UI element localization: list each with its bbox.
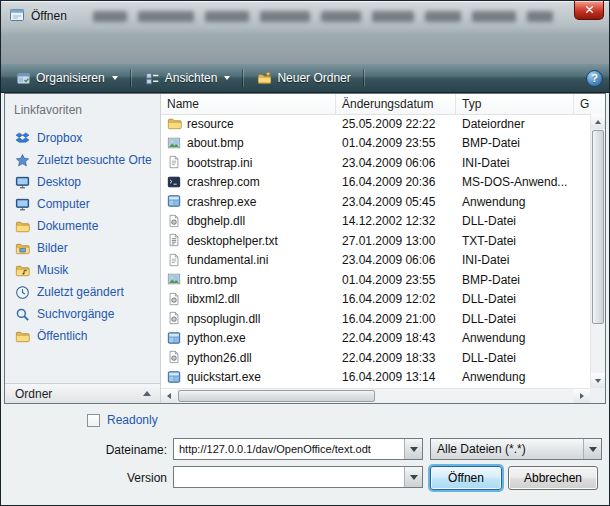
sidebar-item[interactable]: Dokumente	[5, 215, 160, 237]
file-date: 22.04.2009 18:43	[336, 331, 456, 345]
sidebar-item[interactable]: Computer	[5, 193, 160, 215]
sidebar-header: Linkfavoriten	[5, 94, 160, 117]
dll-icon	[167, 214, 182, 229]
sidebar-item[interactable]: Musik	[5, 259, 160, 281]
toolbar-button[interactable]: Organisieren	[7, 67, 127, 90]
file-name: desktophelper.txt	[187, 234, 278, 248]
sidebar-item-label: Zuletzt geändert	[37, 285, 124, 299]
file-name: quickstart.exe	[187, 370, 261, 384]
app-icon	[167, 194, 182, 209]
scroll-left-button[interactable]	[161, 389, 177, 403]
scroll-down-button[interactable]	[591, 373, 605, 388]
ini-icon	[167, 155, 182, 170]
file-type: MS-DOS-Anwend...	[456, 175, 574, 189]
file-name: npsoplugin.dll	[187, 312, 260, 326]
table-row[interactable]: python.exe 22.04.2009 18:43 Anwendung	[161, 329, 590, 349]
image-icon	[167, 136, 182, 151]
triangle-down-icon	[595, 379, 601, 383]
file-rows: resource 25.05.2009 22:22 Dateiordner ab…	[161, 114, 590, 388]
file-name: crashrep.exe	[187, 195, 256, 209]
horizontal-scrollbar[interactable]	[161, 388, 590, 403]
sidebar-item[interactable]: Zuletzt besuchte Orte	[5, 149, 160, 171]
vertical-scrollbar[interactable]	[590, 114, 605, 388]
scroll-right-button[interactable]	[574, 389, 590, 403]
app-icon	[167, 370, 182, 385]
table-row[interactable]: resource 25.05.2009 22:22 Dateiordner	[161, 114, 590, 134]
table-row[interactable]: dbghelp.dll 14.12.2002 12:32 DLL-Datei	[161, 212, 590, 232]
sidebar-item[interactable]: Zuletzt geändert	[5, 281, 160, 303]
computer-icon	[15, 197, 30, 212]
dialog-icon	[9, 7, 25, 23]
toolbar-button[interactable]: Ansichten	[136, 67, 240, 90]
titlebar[interactable]: Öffnen	[1, 1, 609, 31]
image-icon	[167, 272, 182, 287]
chevron-down-icon	[112, 76, 118, 80]
scroll-up-button[interactable]	[591, 114, 605, 129]
table-row[interactable]: crashrep.com 16.04.2009 20:36 MS-DOS-Anw…	[161, 173, 590, 193]
sidebar-item[interactable]: Desktop	[5, 171, 160, 193]
column-header[interactable]: Änderungsdatum	[336, 94, 456, 114]
filename-input[interactable]	[174, 443, 404, 455]
table-row[interactable]: libxml2.dll 16.04.2009 12:02 DLL-Datei	[161, 290, 590, 310]
readonly-checkbox[interactable]	[87, 414, 100, 427]
star-icon	[15, 153, 30, 168]
open-button[interactable]: Öffnen	[430, 466, 502, 490]
column-header[interactable]: G	[574, 94, 605, 114]
file-name: crashrep.com	[187, 175, 260, 189]
file-date: 23.04.2009 06:06	[336, 253, 456, 267]
cancel-button[interactable]: Abbrechen	[508, 466, 598, 490]
dropbox-icon	[15, 131, 30, 146]
horizontal-scroll-thumb[interactable]	[178, 390, 375, 402]
version-input[interactable]	[174, 471, 404, 483]
file-list: Name Änderungsdatum Typ G resource	[160, 94, 605, 403]
version-dropdown-button[interactable]	[404, 467, 422, 487]
column-header[interactable]: Typ	[456, 94, 574, 114]
toolbar-button-label: Ansichten	[165, 71, 218, 85]
sidebar-footer-label: Ordner	[15, 387, 52, 401]
table-row[interactable]: npsoplugin.dll 16.04.2009 21:00 DLL-Date…	[161, 309, 590, 329]
filetype-dropdown-button[interactable]	[583, 439, 601, 459]
table-row[interactable]: fundamental.ini 23.04.2009 06:06 INI-Dat…	[161, 251, 590, 271]
table-row[interactable]: crashrep.exe 23.04.2009 05:45 Anwendung	[161, 192, 590, 212]
table-row[interactable]: desktophelper.txt 27.01.2009 13:00 TXT-D…	[161, 231, 590, 251]
command-toolbar: Organisieren Ansichten Neuer Ordner ?	[1, 64, 609, 93]
column-header[interactable]: Name	[161, 94, 336, 114]
search-icon	[15, 307, 30, 322]
toolbar-separator	[364, 69, 365, 87]
file-name: fundamental.ini	[187, 253, 268, 267]
filename-combo	[173, 438, 423, 460]
sidebar-item[interactable]: Dropbox	[5, 127, 160, 149]
sidebar-item[interactable]: Öffentlich	[5, 325, 160, 347]
vertical-scroll-thumb[interactable]	[592, 130, 604, 324]
sidebar-item-label: Suchvorgänge	[37, 307, 114, 321]
file-date: 23.04.2009 06:06	[336, 156, 456, 170]
help-button[interactable]: ?	[586, 70, 603, 87]
table-row[interactable]: bootstrap.ini 23.04.2009 06:06 INI-Datei	[161, 153, 590, 173]
table-row[interactable]: python26.dll 22.04.2009 18:33 DLL-Datei	[161, 348, 590, 368]
sidebar-item[interactable]: Suchvorgänge	[5, 303, 160, 325]
sidebar-items: Dropbox Zuletzt besuchte Orte Desktop	[5, 127, 160, 347]
toolbar-button[interactable]: Neuer Ordner	[248, 67, 359, 90]
close-button[interactable]	[574, 1, 604, 20]
chevron-up-icon	[143, 391, 151, 396]
sidebar-item-label: Musik	[37, 263, 68, 277]
version-combo	[173, 466, 423, 488]
triangle-up-icon	[595, 120, 601, 124]
triangle-right-icon	[580, 393, 584, 399]
file-name: bootstrap.ini	[187, 156, 252, 170]
filetype-select[interactable]: Alle Dateien (*.*)	[430, 438, 602, 460]
dll-icon	[167, 311, 182, 326]
window-title: Öffnen	[31, 9, 67, 23]
folderimg-icon	[15, 241, 30, 256]
sidebar-footer-ordner[interactable]: Ordner	[5, 383, 160, 403]
filename-dropdown-button[interactable]	[404, 439, 422, 459]
file-date: 27.01.2009 13:00	[336, 234, 456, 248]
table-row[interactable]: intro.bmp 01.04.2009 23:55 BMP-Datei	[161, 270, 590, 290]
bottom-panel: Readonly Dateiname: Alle Dateien (*.*) V…	[1, 404, 609, 505]
sidebar-item-label: Dropbox	[37, 131, 82, 145]
readonly-label[interactable]: Readonly	[107, 413, 158, 427]
sidebar-item[interactable]: Bilder	[5, 237, 160, 259]
file-name: libxml2.dll	[187, 292, 240, 306]
table-row[interactable]: quickstart.exe 16.04.2009 13:14 Anwendun…	[161, 368, 590, 388]
table-row[interactable]: about.bmp 01.04.2009 23:55 BMP-Datei	[161, 134, 590, 154]
